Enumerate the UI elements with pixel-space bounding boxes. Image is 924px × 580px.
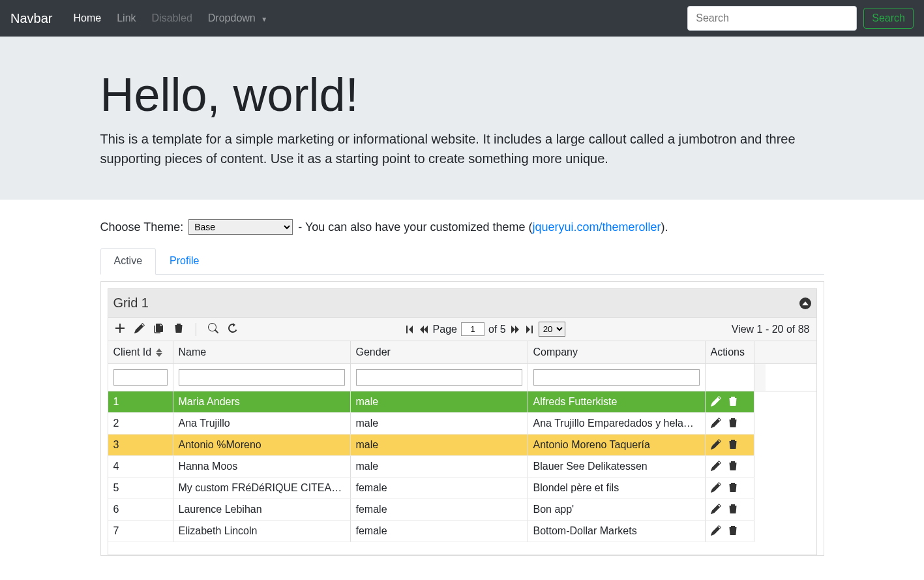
search-icon[interactable] <box>208 323 218 336</box>
row-edit-icon[interactable] <box>711 396 721 406</box>
cell-gender: male <box>351 456 528 478</box>
cell-name: Ana Trujillo <box>173 413 351 435</box>
first-page-icon[interactable] <box>404 324 415 335</box>
nav-item-home[interactable]: Home <box>65 7 109 29</box>
filter-client-id[interactable] <box>113 369 168 386</box>
page-of-label: of 5 <box>488 324 506 335</box>
page-size-select[interactable]: 20 <box>539 322 565 337</box>
cell-gender: female <box>351 478 528 499</box>
row-delete-icon[interactable] <box>728 396 738 406</box>
nav-item-link[interactable]: Link <box>109 7 143 29</box>
cell-name: Laurence Lebihan <box>173 499 351 521</box>
table-row[interactable]: 3Antonio %MorenomaleAntonio Moreno Taque… <box>108 435 816 456</box>
next-page-icon[interactable] <box>510 324 520 335</box>
cell-actions <box>706 456 754 478</box>
row-delete-icon[interactable] <box>728 439 738 450</box>
column-header-actions: Actions <box>706 341 754 363</box>
cell-company: Ana Trujillo Emparedados y helados <box>528 413 706 435</box>
cell-name: My custom FRéDéRIQUE CITEAUX <box>173 478 351 499</box>
grid-rows-container[interactable]: 1Maria AndersmaleAlfreds Futterkiste2Ana… <box>108 391 816 555</box>
theme-select[interactable]: Base <box>188 219 293 235</box>
tab-active[interactable]: Active <box>100 248 156 275</box>
jumbotron-text: This is a template for a simple marketin… <box>100 129 824 168</box>
cell-company: Bon app' <box>528 499 706 521</box>
filter-company[interactable] <box>533 369 700 386</box>
delete-icon[interactable] <box>173 323 184 336</box>
cell-actions <box>706 478 754 499</box>
cell-id: 7 <box>108 521 173 542</box>
cell-gender: female <box>351 521 528 542</box>
cell-actions <box>706 435 754 456</box>
table-row[interactable]: 2Ana TrujillomaleAna Trujillo Emparedado… <box>108 413 816 435</box>
row-delete-icon[interactable] <box>728 461 738 471</box>
last-page-icon[interactable] <box>524 324 535 335</box>
grid-body: 1Maria AndersmaleAlfreds Futterkiste2Ana… <box>108 391 817 555</box>
cell-gender: female <box>351 499 528 521</box>
cell-name: Elizabeth Lincoln <box>173 521 351 542</box>
column-header-gender[interactable]: Gender <box>351 341 528 363</box>
cell-name: Hanna Moos <box>173 456 351 478</box>
table-row[interactable]: 4Hanna MoosmaleBlauer See Delikatessen <box>108 456 816 478</box>
row-delete-icon[interactable] <box>728 525 738 536</box>
prev-page-icon[interactable] <box>419 324 429 335</box>
cell-company: Blondel père et fils <box>528 478 706 499</box>
row-edit-icon[interactable] <box>711 461 721 471</box>
cell-name: Antonio %Moreno <box>173 435 351 456</box>
sort-icon <box>156 348 162 357</box>
toolbar-separator <box>196 323 196 336</box>
theme-note: - You can also have your customized them… <box>298 221 668 234</box>
collapse-icon[interactable] <box>799 298 811 309</box>
filter-gender[interactable] <box>356 369 522 386</box>
row-delete-icon[interactable] <box>728 418 738 428</box>
search-button[interactable]: Search <box>863 8 914 29</box>
cell-actions <box>706 499 754 521</box>
theme-label: Choose Theme: <box>100 221 184 234</box>
table-row[interactable]: 6Laurence LebihanfemaleBon app' <box>108 499 816 521</box>
grid-title-bar: Grid 1 <box>108 288 817 318</box>
edit-icon[interactable] <box>134 323 145 336</box>
grid-filter-row <box>108 364 817 391</box>
column-header-client-id[interactable]: Client Id <box>108 341 173 363</box>
row-delete-icon[interactable] <box>728 504 738 514</box>
nav-list: Home Link Disabled Dropdown ▼ <box>65 7 687 29</box>
nav-item-dropdown[interactable]: Dropdown ▼ <box>200 7 275 29</box>
cell-actions <box>706 413 754 435</box>
navbar: Navbar Home Link Disabled Dropdown ▼ Sea… <box>0 0 924 37</box>
add-icon[interactable] <box>115 323 125 336</box>
search-input[interactable] <box>687 6 857 31</box>
page-label: Page <box>433 324 457 335</box>
cell-id: 6 <box>108 499 173 521</box>
tabs: Active Profile <box>100 248 824 275</box>
scrollbar-spacer <box>754 341 766 363</box>
tab-profile[interactable]: Profile <box>156 248 213 274</box>
cell-id: 4 <box>108 456 173 478</box>
grid: Grid 1 Page of 5 2 <box>100 281 824 556</box>
table-row[interactable]: 1Maria AndersmaleAlfreds Futterkiste <box>108 391 816 413</box>
cell-id: 5 <box>108 478 173 499</box>
table-row[interactable]: 5My custom FRéDéRIQUE CITEAUXfemaleBlond… <box>108 478 816 499</box>
cell-gender: male <box>351 413 528 435</box>
view-summary: View 1 - 20 of 88 <box>732 324 810 335</box>
cell-company: Alfreds Futterkiste <box>528 391 706 413</box>
navbar-brand[interactable]: Navbar <box>10 11 52 26</box>
column-header-company[interactable]: Company <box>528 341 706 363</box>
themeroller-link[interactable]: jqueryui.com/themeroller <box>532 221 661 234</box>
row-delete-icon[interactable] <box>728 482 738 493</box>
jumbotron-title: Hello, world! <box>100 68 824 121</box>
jumbotron: Hello, world! This is a template for a s… <box>0 37 924 200</box>
row-edit-icon[interactable] <box>711 525 721 536</box>
copy-icon[interactable] <box>154 323 164 336</box>
cell-id: 2 <box>108 413 173 435</box>
column-header-name[interactable]: Name <box>173 341 351 363</box>
table-row[interactable]: 7Elizabeth LincolnfemaleBottom-Dollar Ma… <box>108 521 816 542</box>
grid-header-row: Client Id Name Gender Company Actions <box>108 341 817 364</box>
row-edit-icon[interactable] <box>711 439 721 450</box>
page-input[interactable] <box>461 322 484 336</box>
row-edit-icon[interactable] <box>711 418 721 428</box>
cell-gender: male <box>351 391 528 413</box>
refresh-icon[interactable] <box>228 323 238 336</box>
row-edit-icon[interactable] <box>711 482 721 493</box>
filter-name[interactable] <box>179 369 345 386</box>
cell-actions <box>706 521 754 542</box>
row-edit-icon[interactable] <box>711 504 721 514</box>
